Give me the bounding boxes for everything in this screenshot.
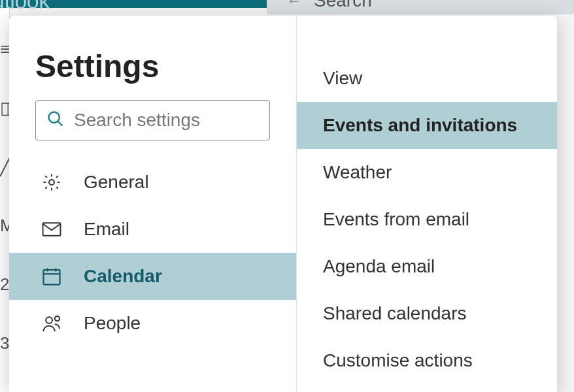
settings-sub-column: View Events and invitations Weather Even…	[297, 16, 557, 392]
svg-point-0	[49, 112, 59, 123]
calendar-icon	[42, 267, 72, 286]
sub-item-customise-actions[interactable]: Customise actions	[297, 337, 557, 384]
sub-label: Agenda email	[323, 256, 435, 277]
nav-item-calendar[interactable]: Calendar	[9, 253, 296, 300]
sub-label: View	[323, 68, 362, 89]
global-search-bg: Search	[267, 0, 574, 14]
svg-point-16	[46, 317, 52, 323]
settings-search-input[interactable]	[74, 110, 259, 131]
gear-icon	[42, 172, 72, 192]
sub-label: Customise actions	[323, 350, 473, 371]
people-icon	[42, 314, 72, 333]
search-icon	[46, 110, 65, 131]
sub-item-agenda-email[interactable]: Agenda email	[297, 243, 557, 290]
nav-item-email[interactable]: Email	[9, 206, 296, 253]
settings-panel: Settings General	[9, 16, 557, 392]
settings-nav-column: Settings General	[9, 16, 297, 392]
sub-label: Events from email	[323, 209, 469, 230]
nav-item-people[interactable]: People	[9, 300, 296, 347]
sub-label: Events and invitations	[323, 115, 517, 136]
svg-point-2	[49, 180, 54, 185]
sub-item-events-invitations[interactable]: Events and invitations	[297, 102, 557, 149]
nav-label: Calendar	[84, 266, 162, 287]
sub-item-shared-calendars[interactable]: Shared calendars	[297, 290, 557, 337]
sub-item-events-from-email[interactable]: Events from email	[297, 196, 557, 243]
svg-rect-4	[44, 270, 60, 285]
svg-line-1	[58, 122, 63, 126]
sub-label: Shared calendars	[323, 303, 466, 324]
svg-point-17	[55, 316, 59, 321]
nav-item-general[interactable]: General	[9, 159, 296, 206]
sub-item-weather[interactable]: Weather	[297, 149, 557, 196]
nav-label: People	[84, 313, 141, 334]
mail-icon	[42, 222, 72, 237]
sub-item-view[interactable]: View	[297, 55, 557, 102]
settings-search-box[interactable]	[35, 100, 270, 140]
svg-rect-3	[43, 223, 61, 236]
settings-title: Settings	[9, 42, 296, 100]
nav-label: Email	[84, 219, 129, 240]
nav-label: General	[84, 172, 149, 193]
sub-label: Weather	[323, 162, 392, 183]
